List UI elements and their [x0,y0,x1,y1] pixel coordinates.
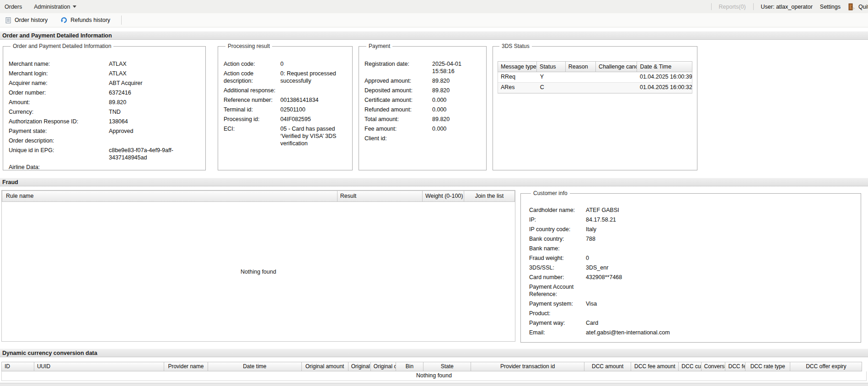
field-value: 001386141834 [280,96,348,104]
field-row: Payment way:Card [529,319,856,327]
field-row: Bank country:788 [529,235,856,243]
refund-arrow-icon [60,16,68,24]
field-value: c8be9e83-f07a-4ef9-9aff-3437148945ad [109,147,201,161]
column-header[interactable]: Weight (0-100) [423,190,464,202]
field-label: ECI: [224,125,280,147]
column-header[interactable]: Join the list [464,190,515,202]
field-label: Deposited amount: [364,87,432,94]
column-header[interactable]: DCC fee amount [631,362,679,371]
column-header[interactable]: Challenge cancel [596,61,637,72]
column-header[interactable]: Provider name [164,362,208,371]
column-header[interactable]: Status [537,61,566,72]
field-label: Reference number: [224,96,280,104]
menu-settings[interactable]: Settings [820,4,841,10]
field-label: Client id: [364,135,432,142]
field-label: Processing id: [224,116,280,123]
field-label: Approved amount: [364,77,432,85]
column-header[interactable]: DCC curr [679,362,701,371]
field-label: Currency: [9,108,109,116]
column-header[interactable]: Rule name [2,190,338,202]
column-header[interactable]: UUID [34,362,164,371]
field-label: Order description: [9,137,109,144]
field-label: Registration date: [364,60,432,75]
field-label: Payment Account Reference: [529,283,586,298]
field-row: Unique id in EPG:c8be9e83-f07a-4ef9-9aff… [9,147,201,161]
field-value: 89.820 [432,87,482,94]
field-row: 3DS/SSL:3DS_enr [529,264,856,271]
column-header[interactable]: Reason [566,61,596,72]
column-header[interactable]: ID [1,362,34,371]
column-header[interactable]: DCC amount [584,362,631,371]
column-header[interactable]: Bin [396,362,424,371]
field-value: Italy [586,226,856,233]
field-value: 89.820 [432,116,482,123]
field-row: Fee amount:0.000 [364,125,482,132]
field-row: Registration date:2025-04-01 15:58:16 [364,60,482,75]
refunds-history-button[interactable]: Refunds history [59,16,112,25]
field-label: Terminal id: [224,106,280,113]
field-value [586,245,856,252]
column-header[interactable]: DCC rate type [745,362,790,371]
column-header[interactable]: Original c [371,362,396,371]
menu-administration[interactable]: Administration [34,4,76,10]
column-header[interactable]: State [423,362,471,371]
quit-button[interactable]: Quit [848,3,868,11]
field-row: Currency:TND [9,108,201,116]
field-value: 0 [280,60,348,68]
processing-result-panel: Processing result Action code:0 Action c… [218,43,353,170]
column-header[interactable]: Result [338,190,423,202]
field-value [432,135,482,142]
document-icon [5,16,12,24]
table-row[interactable]: ARes C 01.04.2025 16:00:32 [498,83,692,93]
dcc-table: ID UUID Provider name Date time Original… [1,362,867,381]
field-label: Fraud weight: [529,254,586,262]
field-value: atef.gabsi@ten-international.com [586,329,856,336]
three-ds-status-panel: 3DS Status Message type Status Reason Ch… [493,43,697,170]
status-cell: Y [537,72,566,82]
column-header[interactable]: DCC offer expiry [790,362,862,371]
field-label: Order number: [9,89,109,96]
column-header[interactable]: DCC fee [725,362,745,371]
field-label: Acquirer name: [9,79,109,87]
customer-info-panel: Customer info Cardholder name:ATEF GABSI… [520,190,861,343]
field-value: Approved [109,127,201,135]
field-row: Total amount:89.820 [364,116,482,123]
column-header[interactable]: Original f [348,362,371,371]
app-window: Orders Administration Reports(0) User: a… [0,0,868,386]
column-header[interactable]: Message type [498,61,537,72]
field-label: Merchant name: [9,60,109,68]
field-label: Certificate amount: [364,96,432,104]
column-header[interactable]: Original amount [302,362,348,371]
field-value: 138064 [109,118,201,125]
column-header[interactable]: Conversi [702,362,726,371]
field-label: Email: [529,329,586,336]
menu-reports[interactable]: Reports(0) [719,4,746,10]
field-row: Bank name: [529,245,856,252]
column-header[interactable]: Date & Time [637,61,692,72]
processing-result-legend: Processing result [225,43,272,49]
menu-orders[interactable]: Orders [5,4,22,10]
empty-state-text: Nothing found [1,371,867,381]
column-header[interactable]: Provider transaction id [471,362,584,371]
payment-panel: Payment Registration date:2025-04-01 15:… [359,43,487,170]
field-value: 2025-04-01 15:58:16 [432,60,482,75]
order-history-button[interactable]: Order history [3,16,49,25]
field-row: Card number:432908**7468 [529,274,856,281]
toolbar: Order history Refunds history [0,13,868,27]
field-row: Payment Account Reference: [529,283,856,298]
field-label: Airline Data: [9,164,109,171]
field-row: Certificate amount:0.000 [364,96,482,104]
three-ds-table-header: Message type Status Reason Challenge can… [498,61,692,72]
challenge-cancel-cell [596,72,637,82]
datetime-cell: 01.04.2025 16:00:39 [637,72,692,82]
table-row[interactable]: RReq Y 01.04.2025 16:00:39 [498,72,692,83]
field-label: IP: [529,216,586,223]
column-header[interactable]: Date time [208,362,301,371]
order-details-legend: Order and Payment Detailed Information [11,43,113,49]
user-label: User: atlax_operator [761,4,813,10]
field-value [586,310,856,317]
field-label: 3DS/SSL: [529,264,586,271]
fraud-table-header: Rule name Result Weight (0-100) Join the… [2,190,515,202]
field-label: Authorization Response ID: [9,118,109,125]
field-row: Authorization Response ID:138064 [9,118,201,125]
